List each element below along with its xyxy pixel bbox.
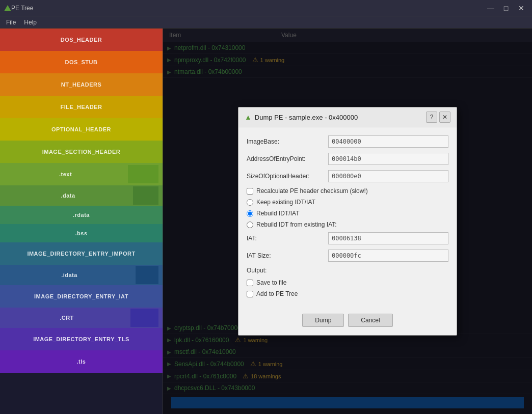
section-bss[interactable]: .bss [0, 224, 163, 242]
modal-logo-icon: ▲ [245, 113, 252, 121]
cancel-button[interactable]: Cancel [348, 314, 392, 327]
window-controls: — □ ✕ [484, 2, 528, 15]
modal-body: ImageBase: AddressOfEntryPoint: SizeOfOp… [238, 127, 457, 310]
section-nt-headers[interactable]: NT_HEADERS [0, 73, 163, 96]
section-optional-header[interactable]: OPTIONAL_HEADER [0, 118, 163, 141]
modal-close-button[interactable]: ✕ [439, 112, 450, 123]
pe-tree-panel: DOS_HEADER DOS_STUB NT_HEADERS FILE_HEAD… [0, 29, 163, 414]
rebuild-idt-radio[interactable] [247, 210, 253, 217]
section-image-section-header[interactable]: IMAGE_SECTION_HEADER [0, 141, 163, 163]
section-dos-header[interactable]: DOS_HEADER [0, 29, 163, 51]
right-panel: Item Value ▶ netprofm.dll - 0x74310000 ▶… [163, 29, 532, 414]
menu-file[interactable]: File [2, 18, 20, 27]
modal-help-button[interactable]: ? [426, 112, 437, 123]
close-button[interactable]: ✕ [515, 2, 528, 15]
dump-pe-modal: ▲ Dump PE - sample.exe - 0x400000 ? ✕ Im… [238, 107, 457, 336]
recalculate-checkbox[interactable] [247, 188, 253, 195]
modal-title-bar: ▲ Dump PE - sample.exe - 0x400000 ? ✕ [238, 107, 457, 127]
rebuild-existing-row: Rebuild IDT from existing IAT: [247, 221, 448, 228]
section-file-header[interactable]: FILE_HEADER [0, 96, 163, 118]
modal-overlay: ▲ Dump PE - sample.exe - 0x400000 ? ✕ Im… [163, 29, 532, 414]
image-base-input[interactable] [328, 135, 448, 148]
size-optional-input[interactable] [328, 170, 448, 182]
image-base-row: ImageBase: [247, 135, 448, 148]
iat-size-row: IAT Size: [247, 250, 448, 262]
rebuild-existing-radio[interactable] [247, 222, 253, 228]
recalculate-row: Recalculate PE header checksum (slow!) [247, 187, 448, 195]
add-to-pe-tree-label: Add to PE Tree [256, 290, 298, 297]
output-label: Output: [247, 267, 328, 274]
section-text[interactable]: .text [4, 165, 127, 183]
image-base-label: ImageBase: [247, 138, 328, 145]
minimize-button[interactable]: — [484, 2, 497, 15]
dump-button[interactable]: Dump [302, 314, 344, 327]
menu-help[interactable]: Help [20, 18, 41, 27]
size-optional-label: SizeOfOptionalHeader: [247, 173, 328, 180]
rebuild-idt-label: Rebuild IDT/IAT [256, 210, 299, 217]
save-to-file-checkbox[interactable] [247, 280, 253, 286]
app-logo-icon [4, 5, 11, 11]
modal-controls: ? ✕ [426, 112, 450, 123]
rebuild-existing-label: Rebuild IDT from existing IAT: [256, 221, 337, 228]
iat-size-input[interactable] [328, 250, 448, 262]
section-idata[interactable]: .idata [4, 266, 135, 284]
section-dir-entry-iat[interactable]: IMAGE_DIRECTORY_ENTRY_IAT [0, 285, 163, 308]
recalculate-label: Recalculate PE header checksum (slow!) [256, 187, 368, 195]
rebuild-idt-row: Rebuild IDT/IAT [247, 210, 448, 217]
save-to-file-row: Save to file [247, 279, 448, 286]
iat-input[interactable] [328, 232, 448, 244]
iat-row: IAT: [247, 232, 448, 244]
modal-title: ▲ Dump PE - sample.exe - 0x400000 [245, 113, 358, 121]
section-dir-entry-import[interactable]: IMAGE_DIRECTORY_ENTRY_IMPORT [0, 242, 163, 265]
address-entry-row: AddressOfEntryPoint: [247, 153, 448, 165]
size-optional-row: SizeOfOptionalHeader: [247, 170, 448, 182]
keep-existing-row: Keep existing IDT/IAT [247, 199, 448, 206]
add-to-pe-tree-checkbox[interactable] [247, 291, 253, 297]
output-label-row: Output: [247, 267, 448, 274]
address-entry-label: AddressOfEntryPoint: [247, 155, 328, 162]
section-data[interactable]: .data [4, 186, 132, 205]
main-content: DOS_HEADER DOS_STUB NT_HEADERS FILE_HEAD… [0, 29, 532, 414]
modal-title-text: Dump PE - sample.exe - 0x400000 [255, 114, 358, 121]
iat-size-label: IAT Size: [247, 252, 328, 259]
modal-footer: Dump Cancel [238, 310, 457, 335]
section-dos-stub[interactable]: DOS_STUB [0, 51, 163, 73]
keep-existing-radio[interactable] [247, 199, 253, 206]
menu-bar: File Help [0, 16, 532, 29]
address-entry-input[interactable] [328, 153, 448, 165]
section-tls[interactable]: .tls [0, 350, 163, 373]
save-to-file-label: Save to file [256, 279, 286, 286]
section-rdata[interactable]: .rdata [0, 206, 163, 224]
iat-label: IAT: [247, 235, 328, 242]
section-crt[interactable]: .CRT [4, 309, 129, 327]
keep-existing-label: Keep existing IDT/IAT [256, 199, 315, 206]
title-bar: PE Tree — □ ✕ [0, 0, 532, 16]
add-to-pe-tree-row: Add to PE Tree [247, 290, 448, 297]
section-dir-entry-tls[interactable]: IMAGE_DIRECTORY_ENTRY_TLS [0, 328, 163, 350]
window-title: PE Tree [11, 5, 484, 12]
maximize-button[interactable]: □ [499, 2, 513, 15]
